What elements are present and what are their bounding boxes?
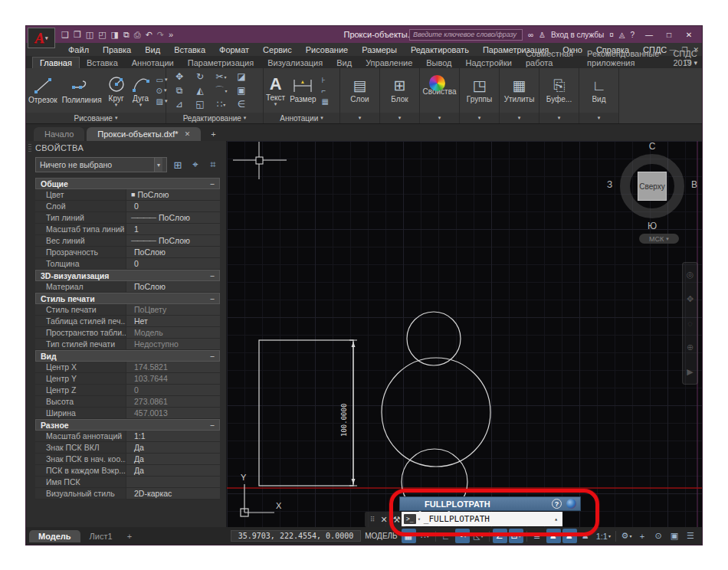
property-row[interactable]: Слой 0 <box>35 201 220 212</box>
coordinates-display[interactable]: 35.9703, 222.4554, 0.0000 <box>231 530 362 542</box>
save-as-icon[interactable]: ◰ <box>98 30 106 40</box>
property-value[interactable]: ПоСлою <box>126 281 220 292</box>
property-row[interactable]: Ширина 457.0013 <box>35 408 220 419</box>
ribbon-state-icon[interactable]: ❐ <box>684 59 690 67</box>
property-row[interactable]: Материал ПоСлою <box>35 281 220 293</box>
help-icon[interactable]: ? <box>630 31 635 39</box>
maximize-button[interactable]: □ <box>659 26 679 43</box>
property-row[interactable]: Центр Z 0 <box>35 385 220 396</box>
property-row[interactable]: Тип линий ———— ПоСлою <box>35 212 220 224</box>
property-value[interactable]: 1 <box>126 224 220 234</box>
collapse-icon[interactable]: − <box>210 421 215 430</box>
menu-item[interactable]: Редактировать <box>404 45 476 54</box>
modify-panel-label[interactable]: Редактирование ▾ <box>166 113 263 123</box>
property-row[interactable]: Масштаб аннотаций 1:1 <box>35 431 220 442</box>
multileader-icon[interactable]: ⌐ <box>322 87 329 95</box>
view-panel[interactable]: ∟ Вид ▾ <box>579 68 619 123</box>
property-row[interactable]: Знак ПСК в нач. коо... Да <box>35 454 220 465</box>
search-icon[interactable]: ∞ <box>528 31 533 39</box>
section-header[interactable]: Вид − <box>35 350 220 362</box>
property-row[interactable]: Визуальный стиль 2D-каркас <box>35 488 220 500</box>
ribbon-tab[interactable]: Аннотации <box>125 57 181 68</box>
property-value[interactable]: ПоЦвету <box>126 304 220 315</box>
model-tab[interactable]: Модель <box>29 530 80 542</box>
circle-tool[interactable]: Круг ▾ <box>104 75 129 106</box>
new-file-icon[interactable]: ❑ <box>61 30 69 40</box>
panel-expand[interactable]: ▾ <box>420 113 459 123</box>
search-input[interactable]: Введите ключевое слово/фразу <box>409 29 523 41</box>
new-layout-button[interactable]: + <box>122 530 137 542</box>
property-value[interactable] <box>126 477 220 487</box>
property-value[interactable]: Модель <box>126 327 220 338</box>
property-row[interactable]: Таблица стилей печ... Нет <box>35 316 220 327</box>
collapse-icon[interactable]: − <box>210 179 215 188</box>
property-value[interactable]: ———— ПоСлою <box>126 212 220 223</box>
ribbon-tab[interactable]: Надстройки <box>459 57 519 68</box>
panel-expand[interactable]: ▾ <box>539 113 579 123</box>
collapse-icon[interactable]: − <box>210 352 215 361</box>
property-value[interactable]: 0 <box>126 385 220 395</box>
table-icon[interactable]: ▦ <box>322 97 329 106</box>
save-icon[interactable]: ◫ <box>86 30 93 40</box>
palette-grip[interactable] <box>28 144 31 152</box>
steering-wheel-icon[interactable]: ◎ <box>687 270 694 280</box>
fillet-icon[interactable]: ⌒ ▾ <box>211 84 231 97</box>
signin-icon[interactable]: ♙ <box>539 31 546 39</box>
workspace-icon[interactable]: ◨ <box>111 30 119 40</box>
app-logo[interactable]: A ▾ <box>28 28 55 48</box>
section-header[interactable]: 3D-визуализация − <box>35 270 220 281</box>
panel-expand[interactable]: ▾ <box>380 113 419 123</box>
navigation-bar[interactable]: ◎✥◌⊕▶ <box>682 262 698 385</box>
mirror-icon[interactable]: ◭ <box>190 84 211 97</box>
property-value[interactable]: 103.7644 <box>126 373 220 384</box>
caret-icon[interactable]: ▾ <box>225 74 227 80</box>
quick-select-icon[interactable]: ⌗ <box>206 158 220 172</box>
property-row[interactable]: Центр Y 103.7644 <box>35 373 220 385</box>
panel-expand[interactable]: ▾ <box>500 113 539 123</box>
groups-panel[interactable]: ◳ Группы ▾ <box>460 68 500 123</box>
move-icon[interactable]: ✥ <box>169 70 190 84</box>
ribbon-tab[interactable]: Вставка <box>80 57 125 68</box>
signin-label[interactable]: Вход в службы <box>551 31 604 39</box>
ribbon-tab[interactable]: Главная <box>32 57 80 68</box>
scale-icon[interactable]: ◱ <box>190 97 211 111</box>
ribbon-tab[interactable]: Управление <box>359 57 419 68</box>
property-value[interactable]: 457.0013 <box>126 408 220 418</box>
circle-caret-icon[interactable]: ▾ <box>115 103 118 106</box>
menu-item[interactable]: Сервис <box>256 45 299 54</box>
array-icon[interactable]: ∷ ▾ <box>211 97 231 111</box>
viewcube-west[interactable]: З <box>607 179 612 190</box>
clean-screen-icon[interactable]: ▣ <box>667 529 682 543</box>
pan-hand-icon[interactable]: ✥ <box>687 294 694 304</box>
arc-caret-icon[interactable]: ▾ <box>139 103 143 106</box>
viewcube-east[interactable]: В <box>691 179 697 190</box>
close-button[interactable]: ✕ <box>679 26 699 43</box>
toggle-pickadd-icon[interactable]: ⊞ <box>171 158 185 172</box>
panel-expand[interactable]: ▾ <box>460 113 499 123</box>
caret-icon[interactable]: ▾ <box>629 533 631 539</box>
menu-item[interactable]: Размеры <box>355 45 404 54</box>
property-value[interactable]: ———— ПоСлою <box>126 235 220 246</box>
caret-icon[interactable]: ▾ <box>608 533 611 539</box>
property-value[interactable]: ■ ПоСлою <box>126 189 220 200</box>
dimension-entity[interactable]: 100.0000 <box>340 340 357 486</box>
polyline-tool[interactable]: Полилиния <box>60 77 104 104</box>
zoom-icon[interactable]: ◌ <box>687 319 693 328</box>
text-caret-icon[interactable]: ▾ <box>274 103 277 106</box>
offset-icon[interactable]: ∈ <box>231 97 252 111</box>
viewcube-top-face[interactable]: Сверху <box>638 172 667 201</box>
menu-item[interactable]: Правка <box>96 45 138 54</box>
property-value[interactable]: ПоСлою <box>126 247 220 257</box>
arc-tool[interactable]: Дуга ▾ <box>129 75 153 106</box>
draw-panel-label[interactable]: Рисование ▾ <box>26 113 166 123</box>
property-row[interactable]: Вес линий ———— ПоСлою <box>35 235 220 247</box>
property-row[interactable]: Цвет ■ ПоСлою <box>35 189 220 201</box>
property-row[interactable]: Высота 273.0861 <box>35 396 220 408</box>
viewcube-north[interactable]: С <box>619 141 685 152</box>
ribbon-collapse-icon[interactable]: ▾ <box>694 59 697 67</box>
dimension-tool[interactable]: Размер <box>287 77 318 103</box>
property-value[interactable]: Да <box>126 454 220 464</box>
menu-item[interactable]: Вставка <box>167 45 212 54</box>
property-row[interactable]: Пространство табли... Модель <box>35 327 220 339</box>
menu-item[interactable]: Формат <box>212 45 256 54</box>
